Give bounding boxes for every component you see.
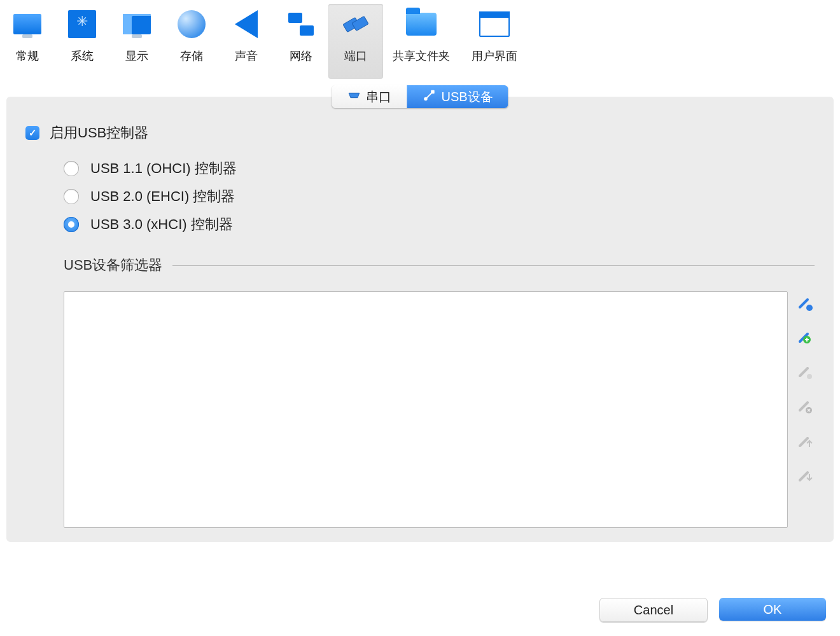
usb-controller-radio-group: USB 1.1 (OHCI) 控制器 USB 2.0 (EHCI) 控制器 US… <box>64 159 815 234</box>
folder-icon <box>406 9 437 39</box>
toolbar-label: 系统 <box>71 48 94 64</box>
tab-label: 串口 <box>366 88 391 106</box>
toolbar-label: 用户界面 <box>472 48 517 64</box>
radio-label: USB 3.0 (xHCI) 控制器 <box>90 215 233 234</box>
radio-usb-2-0[interactable]: USB 2.0 (EHCI) 控制器 <box>64 187 815 206</box>
radio-button[interactable] <box>64 161 79 176</box>
ports-tab-switcher: 串口 USB设备 <box>332 85 508 108</box>
toolbar-label: 存储 <box>180 48 203 64</box>
enable-usb-row: ✓ 启用USB控制器 <box>25 123 815 142</box>
enable-usb-label: 启用USB控制器 <box>50 123 148 142</box>
chip-icon <box>67 9 97 39</box>
toolbar-item-display[interactable]: 显示 <box>109 4 164 79</box>
toolbar-item-shared-folders[interactable]: 共享文件夹 <box>383 4 459 79</box>
filter-edit-button <box>797 365 815 383</box>
usb-edit-icon <box>797 364 814 384</box>
toolbar-label: 常规 <box>16 48 39 64</box>
svg-marker-2 <box>349 93 360 97</box>
usb-filter-title: USB设备筛选器 <box>64 256 162 275</box>
usb-filter-section: USB设备筛选器 <box>64 256 815 528</box>
monitor-icon <box>12 9 43 39</box>
toolbar-label: 端口 <box>344 48 367 64</box>
radio-button[interactable] <box>64 189 79 204</box>
usb-move-up-icon <box>797 433 814 453</box>
toolbar-item-general[interactable]: 常规 <box>0 4 55 79</box>
usb-filter-body <box>64 291 815 528</box>
settings-toolbar: 常规 系统 显示 存储 声音 网络 端口 共享文件夹 用户界面 <box>0 0 840 79</box>
radio-label: USB 1.1 (OHCI) 控制器 <box>90 159 237 178</box>
toolbar-label: 网络 <box>290 48 312 64</box>
dialog-footer: Cancel OK <box>599 598 826 622</box>
svg-point-5 <box>806 305 813 311</box>
filter-add-device-button[interactable] <box>797 331 815 349</box>
toolbar-label: 声音 <box>235 48 258 64</box>
svg-point-7 <box>807 374 812 379</box>
usb-add-device-icon <box>797 330 814 350</box>
toolbar-label: 共享文件夹 <box>393 48 450 64</box>
serial-port-icon <box>347 88 361 106</box>
usb-add-empty-icon <box>797 296 814 315</box>
usb-filter-header: USB设备筛选器 <box>64 256 815 275</box>
enable-usb-checkbox[interactable]: ✓ <box>25 126 39 140</box>
tab-serial[interactable]: 串口 <box>332 85 407 108</box>
ports-icon <box>340 9 371 39</box>
network-icon <box>286 9 316 39</box>
settings-panel: 串口 USB设备 ✓ 启用USB控制器 USB 1.1 (OHCI) 控制器 U… <box>6 97 834 542</box>
radio-usb-3-0[interactable]: USB 3.0 (xHCI) 控制器 <box>64 215 815 234</box>
display-icon <box>122 9 152 39</box>
filter-move-up-button <box>797 434 815 452</box>
usb-remove-icon <box>797 399 814 418</box>
radio-usb-1-1[interactable]: USB 1.1 (OHCI) 控制器 <box>64 159 815 178</box>
ok-button[interactable]: OK <box>719 598 826 621</box>
cancel-button[interactable]: Cancel <box>599 598 708 622</box>
speaker-icon <box>231 9 262 39</box>
usb-move-down-icon <box>797 467 814 487</box>
tab-usb[interactable]: USB设备 <box>407 85 508 108</box>
toolbar-item-network[interactable]: 网络 <box>274 4 328 79</box>
toolbar-item-storage[interactable]: 存储 <box>164 4 219 79</box>
button-label: Cancel <box>634 603 673 618</box>
toolbar-item-audio[interactable]: 声音 <box>219 4 274 79</box>
filter-move-down-button <box>797 468 815 486</box>
toolbar-item-user-interface[interactable]: 用户界面 <box>459 4 529 79</box>
filter-remove-button <box>797 399 815 417</box>
toolbar-label: 显示 <box>125 48 148 64</box>
tab-label: USB设备 <box>441 88 493 106</box>
usb-filter-button-column <box>797 291 815 486</box>
disk-icon <box>176 9 207 39</box>
toolbar-item-system[interactable]: 系统 <box>55 4 109 79</box>
radio-label: USB 2.0 (EHCI) 控制器 <box>90 187 235 206</box>
radio-button[interactable] <box>64 217 79 232</box>
usb-icon <box>422 88 436 106</box>
toolbar-item-ports[interactable]: 端口 <box>328 4 383 79</box>
window-icon <box>479 9 510 39</box>
filter-add-empty-button[interactable] <box>797 296 815 314</box>
usb-filter-list[interactable] <box>64 291 788 528</box>
button-label: OK <box>764 602 782 617</box>
divider <box>172 265 815 266</box>
